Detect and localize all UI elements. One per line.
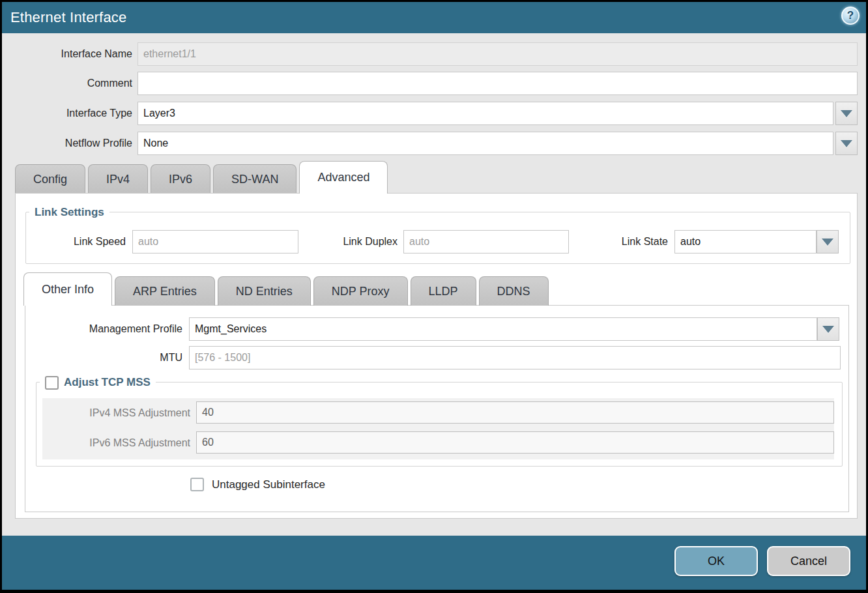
tab-config[interactable]: Config — [15, 164, 85, 194]
comment-label: Comment — [2, 72, 132, 95]
mtu-input[interactable] — [189, 346, 841, 369]
link-settings-legend-label: Link Settings — [35, 206, 104, 219]
chevron-down-icon — [841, 110, 852, 117]
tab-arp-entries[interactable]: ARP Entries — [115, 276, 215, 306]
dialog-title: Ethernet Interface — [2, 9, 126, 26]
ethernet-interface-dialog: Ethernet Interface ? Interface Name Comm… — [0, 0, 868, 593]
tab-sdwan-label: SD-WAN — [231, 173, 278, 186]
netflow-profile-dropdown-button[interactable] — [835, 132, 858, 155]
link-state-label: Link State — [570, 230, 668, 253]
tab-other-info-label: Other Info — [42, 283, 94, 296]
tab-ipv6[interactable]: IPv6 — [151, 164, 210, 194]
tab-ndp-proxy[interactable]: NDP Proxy — [313, 276, 408, 306]
tab-ipv4[interactable]: IPv4 — [88, 164, 148, 194]
mtu-label: MTU — [52, 346, 182, 369]
tab-ddns[interactable]: DDNS — [479, 276, 549, 306]
netflow-profile-select[interactable] — [137, 132, 833, 155]
chevron-down-icon — [822, 326, 834, 333]
ipv6-mss-input — [196, 431, 834, 454]
tab-advanced[interactable]: Advanced — [299, 161, 388, 194]
adjust-tcp-mss-legend-label: Adjust TCP MSS — [64, 376, 151, 389]
tab-ipv4-label: IPv4 — [106, 173, 130, 186]
interface-type-dropdown-button[interactable] — [835, 102, 858, 125]
link-duplex-input[interactable] — [403, 230, 569, 253]
management-profile-select[interactable] — [189, 317, 817, 341]
interface-name-label: Interface Name — [2, 42, 132, 66]
tab-sdwan[interactable]: SD-WAN — [213, 164, 297, 194]
main-tabstrip: Config IPv4 IPv6 SD-WAN Advanced — [15, 161, 388, 194]
chevron-down-icon — [841, 140, 852, 147]
ipv6-mss-label: IPv6 MSS Adjustment — [60, 431, 190, 455]
adjust-tcp-mss-legend: Adjust TCP MSS — [40, 375, 156, 390]
tab-nd-entries[interactable]: ND Entries — [218, 276, 311, 306]
tab-lldp[interactable]: LLDP — [411, 276, 476, 306]
sub-tabstrip: Other Info ARP Entries ND Entries NDP Pr… — [23, 272, 549, 306]
tab-nd-entries-label: ND Entries — [236, 285, 293, 298]
netflow-profile-label: Netflow Profile — [2, 132, 132, 155]
help-icon[interactable]: ? — [841, 7, 860, 25]
tab-arp-entries-label: ARP Entries — [133, 285, 197, 298]
link-state-dropdown-button[interactable] — [817, 230, 839, 253]
dialog-footer: OK Cancel — [2, 536, 866, 590]
tab-ndp-proxy-label: NDP Proxy — [332, 285, 390, 298]
adjust-tcp-mss-checkbox[interactable] — [45, 376, 59, 390]
management-profile-dropdown-button[interactable] — [817, 317, 839, 341]
link-duplex-label: Link Duplex — [300, 230, 398, 253]
management-profile-label: Management Profile — [52, 317, 182, 341]
link-speed-input[interactable] — [132, 230, 298, 253]
dialog-titlebar: Ethernet Interface ? — [2, 2, 866, 33]
comment-input[interactable] — [137, 72, 858, 95]
help-icon-glyph: ? — [847, 9, 854, 22]
ok-button[interactable]: OK — [674, 546, 758, 576]
link-settings-legend: Link Settings — [29, 205, 109, 220]
tab-advanced-label: Advanced — [317, 171, 369, 184]
ipv4-mss-label: IPv4 MSS Adjustment — [60, 401, 190, 425]
tab-ddns-label: DDNS — [497, 285, 530, 298]
interface-type-label: Interface Type — [2, 102, 132, 125]
interface-name-input — [137, 42, 858, 66]
link-state-select[interactable] — [674, 230, 817, 253]
tab-config-label: Config — [33, 173, 67, 186]
untagged-subinterface-label: Untagged Subinterface — [212, 473, 407, 497]
link-speed-label: Link Speed — [28, 230, 126, 253]
tab-lldp-label: LLDP — [429, 285, 458, 298]
cancel-button[interactable]: Cancel — [767, 546, 850, 576]
untagged-subinterface-checkbox[interactable] — [190, 478, 204, 491]
ipv4-mss-input — [196, 401, 834, 424]
tab-other-info[interactable]: Other Info — [23, 272, 112, 306]
interface-type-select[interactable] — [137, 102, 833, 125]
tab-ipv6-label: IPv6 — [169, 173, 192, 186]
chevron-down-icon — [822, 239, 833, 246]
